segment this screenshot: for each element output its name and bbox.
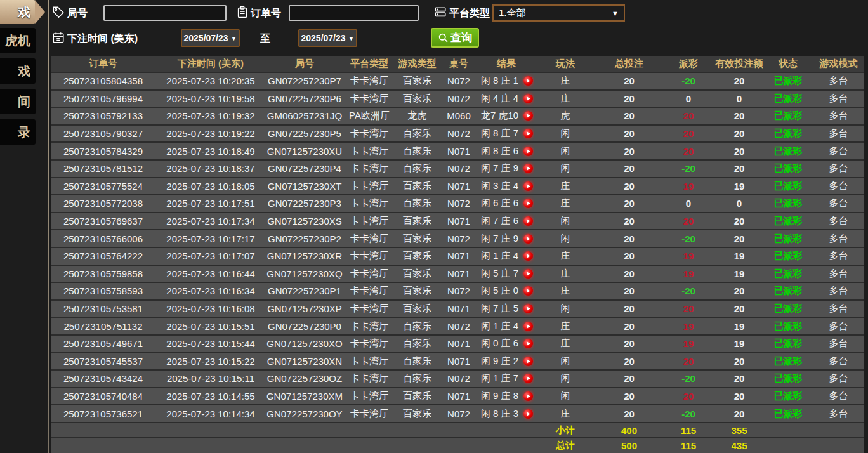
play-type-cell: 庄: [534, 91, 596, 107]
column-header: 状态: [763, 56, 813, 72]
sidebar-item[interactable]: 戏: [0, 58, 36, 84]
platform-type-label: 平台类型: [449, 7, 490, 20]
table-no-cell: N071: [439, 143, 478, 159]
status-badge: 已派彩: [763, 266, 813, 282]
status-badge: 已派彩: [763, 213, 813, 230]
order-no-cell: 250723105784329: [51, 143, 155, 159]
sidebar-item-label: 录: [18, 125, 30, 139]
game-type-cell: 百家乐: [395, 178, 439, 195]
payout-cell: 0: [662, 195, 715, 212]
payout-cell: 19: [662, 318, 715, 334]
result-cell: 闲 1 庄 7: [478, 371, 534, 387]
status-badge: 已派彩: [763, 388, 813, 405]
platform-cell: 卡卡湾厅: [343, 73, 395, 89]
sidebar-item-active[interactable]: 戏: [0, 0, 36, 24]
play-type-cell: 闲: [534, 213, 596, 230]
bet-time-cell: 2025-07-23 10:19:22: [155, 126, 266, 142]
column-header: 派彩: [662, 56, 715, 72]
table-no-cell: N071: [439, 353, 478, 370]
table-no-cell: N071: [439, 213, 478, 230]
play-video-icon[interactable]: [523, 216, 533, 226]
bet-time-cell: 2025-07-23 10:15:44: [155, 336, 266, 352]
round-no-cell: GM060257231JQ: [266, 108, 343, 124]
column-header: 结果: [478, 56, 534, 72]
total-bet-cell: 20: [596, 126, 662, 142]
play-video-icon[interactable]: [523, 286, 533, 296]
play-video-icon[interactable]: [523, 164, 533, 173]
payout-cell: 20: [662, 213, 715, 230]
bet-time-cell: 2025-07-23 10:16:34: [155, 283, 266, 299]
order-no-label: 订单号: [251, 7, 281, 20]
table-row: 2507231057755242025-07-23 10:18:05GN0712…: [51, 178, 864, 196]
table-row: 2507231057404842025-07-23 10:14:55GN0712…: [51, 388, 864, 406]
order-no-cell: 250723105769637: [51, 213, 155, 230]
play-video-icon[interactable]: [523, 322, 533, 331]
game-mode-cell: 多台: [813, 143, 864, 159]
result-text: 闲 1 庄 7: [478, 372, 521, 384]
game-mode-cell: 多台: [813, 230, 864, 247]
play-video-icon[interactable]: [523, 357, 533, 366]
sidebar-item[interactable]: 录: [0, 119, 36, 145]
play-video-icon[interactable]: [523, 76, 533, 86]
date-from-picker[interactable]: 2025/07/23 ▼: [181, 29, 240, 47]
play-video-icon[interactable]: [523, 199, 533, 208]
play-video-icon[interactable]: [523, 111, 533, 121]
play-video-icon[interactable]: [523, 409, 533, 419]
play-video-icon[interactable]: [523, 147, 533, 156]
payout-cell: 19: [662, 178, 715, 195]
platform-cell: 卡卡湾厅: [343, 126, 395, 142]
total-bet-cell: 20: [596, 230, 662, 247]
play-video-icon[interactable]: [523, 181, 533, 191]
play-video-icon[interactable]: [523, 339, 533, 348]
order-no-cell: 250723105781512: [51, 161, 155, 177]
result-cell: 闲 9 庄 2: [478, 353, 534, 370]
play-video-icon[interactable]: [523, 304, 533, 313]
play-type-cell: 闲: [534, 388, 596, 405]
table-row: 2507231057496712025-07-23 10:15:44GN0712…: [51, 336, 864, 353]
subtotal-valid: 355: [715, 423, 763, 438]
game-mode-cell: 多台: [813, 126, 864, 142]
sidebar-item[interactable]: 间: [0, 89, 36, 114]
total-bet-cell: 20: [596, 371, 662, 387]
total-payout: 115: [662, 438, 715, 453]
order-no-cell: 250723105792133: [51, 108, 155, 124]
order-no-cell: 250723105790327: [51, 126, 155, 142]
table-no-cell: M060: [439, 108, 478, 124]
play-video-icon[interactable]: [523, 391, 533, 401]
sidebar-item-label: 间: [18, 95, 30, 108]
play-video-icon[interactable]: [523, 234, 533, 244]
column-header: 下注时间 (美东): [155, 56, 266, 72]
valid-bet-cell: 0: [715, 195, 763, 212]
play-video-icon[interactable]: [523, 94, 533, 103]
platform-type-select[interactable]: 1.全部 ▼: [492, 4, 625, 22]
round-no-cell: GN071257230XQ: [266, 266, 343, 282]
order-no-input[interactable]: [289, 5, 419, 21]
game-mode-cell: 多台: [813, 266, 864, 282]
platform-cell: 卡卡湾厅: [343, 178, 395, 195]
valid-bet-cell: 20: [715, 108, 763, 124]
subtotal-label: 小计: [534, 423, 596, 438]
payout-cell: 0: [662, 91, 715, 107]
date-to-picker[interactable]: 2025/07/23 ▼: [298, 29, 357, 47]
valid-bet-cell: 20: [715, 283, 763, 299]
table-row: 2507231057642222025-07-23 10:17:07GN0712…: [51, 248, 864, 266]
order-no-cell: 250723105759858: [51, 266, 155, 282]
result-text: 闲 5 庄 0: [478, 285, 521, 297]
play-video-icon[interactable]: [523, 269, 533, 279]
result-text: 闲 4 庄 4: [478, 93, 521, 105]
round-no-input[interactable]: [103, 5, 227, 21]
play-video-icon[interactable]: [523, 129, 533, 138]
status-badge: 已派彩: [763, 108, 813, 124]
search-button[interactable]: 查询: [431, 28, 479, 48]
result-cell: 闲 3 庄 4: [478, 178, 534, 195]
play-video-icon[interactable]: [523, 251, 533, 261]
result-cell: 闲 1 庄 4: [478, 318, 534, 334]
play-video-icon[interactable]: [523, 374, 533, 383]
round-no-cell: GN072257230P4: [266, 161, 343, 177]
sidebar-item[interactable]: 虎机: [0, 28, 36, 53]
valid-bet-cell: 20: [715, 230, 763, 247]
round-no-cell: GN071257230XT: [266, 178, 343, 195]
total-bet-cell: 20: [596, 195, 662, 212]
total-bet-cell: 20: [596, 91, 662, 107]
game-mode-cell: 多台: [813, 301, 864, 317]
